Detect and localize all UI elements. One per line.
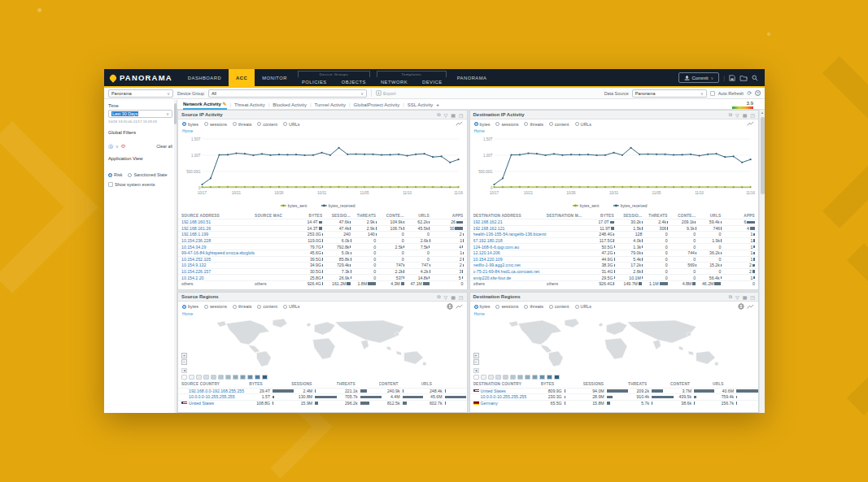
column-header[interactable]: APPS [430, 214, 464, 218]
jump-to-logs-icon[interactable]: ⧉ [437, 294, 440, 300]
column-header[interactable]: THREATS [642, 214, 667, 218]
table-view-icon[interactable]: ▦ [451, 294, 456, 300]
map-zoom-in-button[interactable]: + [473, 353, 479, 358]
scroll-left-button[interactable]: ◀ [473, 368, 479, 373]
map-zoom-out-button[interactable]: − [473, 359, 479, 365]
world-map[interactable]: + − [470, 317, 759, 367]
export-button[interactable]: Export [376, 90, 396, 96]
metric-sessions-radio[interactable]: sessions [204, 122, 227, 127]
address-link[interactable]: 192.168.162.121 [473, 226, 547, 231]
column-header[interactable]: SESSIO... [614, 214, 643, 218]
metric-bytes-radio[interactable]: bytes [474, 304, 491, 309]
table-view-icon[interactable]: ▦ [451, 112, 456, 118]
metric-sessions-radio[interactable]: sessions [204, 304, 227, 309]
scale-swatch[interactable] [225, 375, 231, 380]
scale-swatch[interactable] [525, 375, 530, 380]
address-link[interactable]: 10.154.252.105 [181, 257, 255, 262]
address-link[interactable]: 10.154.9.132 [181, 263, 255, 267]
scale-swatch[interactable] [488, 375, 494, 380]
nav-tab-policies[interactable]: POLICIES [294, 80, 334, 85]
metric-bytes-radio[interactable]: bytes [474, 122, 491, 127]
column-header[interactable]: SOURCE MAC [255, 214, 294, 218]
address-link[interactable]: smtp220.sfw-four.de [473, 276, 547, 280]
nav-tab-panorama[interactable]: PANORAMA [450, 69, 495, 86]
sanctioned-state-radio[interactable]: Sanctioned State [128, 172, 167, 177]
address-link[interactable]: 124-168-6-6.tpgi.com.au [473, 245, 547, 250]
metric-urls-radio[interactable]: URLs [283, 304, 299, 309]
nav-tab-network[interactable]: NETWORK [373, 80, 415, 85]
column-header[interactable]: SESSIONS [583, 382, 628, 386]
address-link[interactable]: 192.168.161.26 [181, 226, 255, 231]
scale-swatch[interactable] [547, 375, 552, 380]
help-icon[interactable]: ? [755, 90, 761, 96]
home-breadcrumb-link[interactable]: Home [470, 128, 759, 134]
edit-tab-icon[interactable]: ✎ [222, 102, 226, 106]
scale-swatch[interactable] [255, 375, 260, 380]
address-link[interactable]: United States [181, 401, 249, 406]
address-link[interactable]: 99-47-16-84.lightspeed.smcca.sbcglobal.n… [181, 250, 255, 255]
column-header[interactable]: THREATS [337, 382, 379, 386]
change-graph-icon[interactable] [456, 121, 463, 127]
address-link[interactable]: 67.192.180.218 [473, 238, 547, 243]
scale-swatch[interactable] [554, 375, 560, 380]
metric-threats-radio[interactable]: threats [524, 122, 543, 127]
column-header[interactable]: BYTES [294, 214, 323, 218]
metric-sessions-radio[interactable]: sessions [495, 122, 518, 127]
address-link[interactable]: 10.154.34.29 [181, 245, 255, 250]
remove-filter-icon[interactable]: ⊖ [121, 143, 126, 150]
metric-content-radio[interactable]: content [549, 304, 569, 309]
maximize-icon[interactable]: ◳ [750, 112, 755, 118]
column-header[interactable]: SESSIO... [322, 214, 351, 218]
scale-swatch[interactable] [196, 375, 202, 380]
tab-blocked-activity[interactable]: Blocked Activity [273, 101, 307, 109]
address-link[interactable]: health-136-155-54.rangelib-136.btcentral… [473, 232, 547, 237]
column-header[interactable]: SESSIONS [291, 382, 336, 386]
column-header[interactable]: THREATS [628, 382, 670, 386]
table-view-icon[interactable]: ▦ [743, 112, 748, 118]
address-link[interactable]: 192.168.1.199 [181, 232, 255, 237]
maximize-icon[interactable]: ◳ [459, 294, 464, 300]
scale-swatch[interactable] [495, 375, 501, 380]
refresh-icon[interactable]: ⟳ [747, 90, 752, 97]
scale-swatch[interactable] [539, 375, 545, 380]
maximize-icon[interactable]: ◳ [459, 112, 464, 118]
change-graph-icon[interactable] [747, 121, 754, 127]
scroll-up-button[interactable]: ▲ [760, 110, 765, 116]
column-header[interactable]: SOURCE COUNTRY [181, 382, 249, 386]
address-link[interactable]: 10.154.220.109 [473, 257, 547, 262]
scale-swatch[interactable] [503, 375, 508, 380]
metric-content-radio[interactable]: content [257, 122, 277, 127]
nav-tab-acc[interactable]: ACC [229, 69, 255, 86]
address-link[interactable]: 192.168.162.21 [473, 219, 547, 224]
task-manager-icon[interactable] [739, 75, 748, 81]
scroll-left-button[interactable]: ◀ [181, 368, 187, 373]
data-source-select[interactable]: Panorama ∨ [632, 89, 707, 98]
metric-sessions-radio[interactable]: sessions [495, 304, 518, 309]
metric-urls-radio[interactable]: URLs [575, 304, 591, 309]
jump-to-logs-icon[interactable]: ⧉ [729, 112, 732, 118]
address-link[interactable]: 10.0.0.0-10.255.255.255 [473, 394, 541, 399]
save-config-icon[interactable] [729, 75, 735, 81]
nav-tab-dashboard[interactable]: DASHBOARD [181, 69, 229, 86]
column-header[interactable]: URLS [696, 214, 721, 218]
metric-threats-radio[interactable]: threats [233, 304, 251, 309]
change-graph-icon[interactable] [456, 304, 463, 310]
time-select[interactable]: Last 30 Days ∨ [108, 110, 172, 118]
jump-to-logs-icon[interactable]: ⧉ [729, 294, 732, 300]
scale-swatch[interactable] [262, 375, 268, 380]
scale-swatch[interactable] [203, 375, 209, 380]
tab-ssl-activity[interactable]: SSL Activity [408, 101, 433, 109]
scale-swatch[interactable] [181, 375, 187, 380]
scale-swatch[interactable] [189, 375, 194, 380]
address-link[interactable]: United States [473, 389, 541, 393]
home-breadcrumb-link[interactable]: Home [470, 311, 759, 317]
address-link[interactable]: Germany [473, 401, 541, 406]
address-link[interactable]: 192.168.160.51 [181, 219, 255, 224]
address-link[interactable]: c-75-21-69-84.hsd1.ca.comcast.net [473, 269, 547, 274]
scrollbar-thumb[interactable] [174, 103, 177, 124]
tab-globalprotect-activity[interactable]: GlobalProtect Activity [354, 101, 400, 109]
table-view-icon[interactable]: ▦ [743, 294, 748, 300]
column-header[interactable]: DESTINATION ADDRESS [473, 214, 547, 218]
map-zoom-in-button[interactable]: + [181, 353, 187, 358]
column-header[interactable]: CONTE... [376, 214, 404, 218]
